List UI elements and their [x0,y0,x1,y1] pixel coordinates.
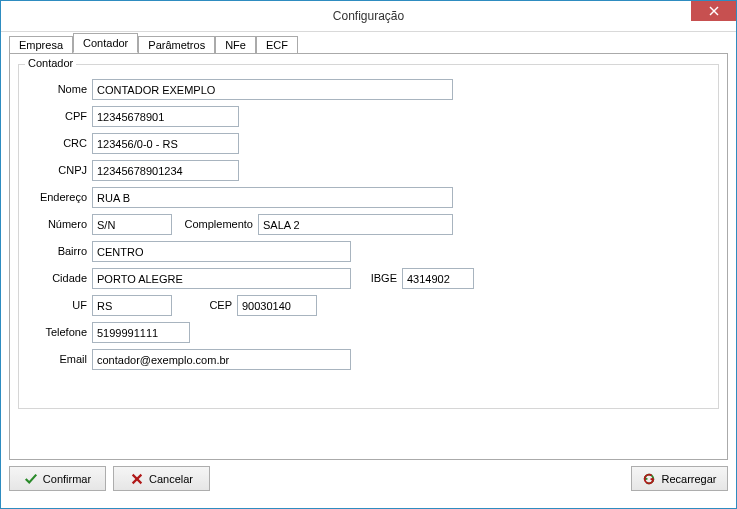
confirmar-button[interactable]: Confirmar [9,466,106,491]
tab-nfe[interactable]: NFe [215,36,256,54]
label-email: Email [27,353,87,365]
reload-icon [642,472,656,486]
label-cnpj: CNPJ [27,164,87,176]
input-crc[interactable] [92,133,239,154]
client-area: Empresa Contador Parâmetros NFe ECF Cont… [9,32,728,500]
label-cpf: CPF [27,110,87,122]
input-cnpj[interactable] [92,160,239,181]
titlebar: Configuração [1,1,736,32]
label-telefone: Telefone [27,326,87,338]
config-window: Configuração Empresa Contador Parâmetros… [0,0,737,509]
input-endereco[interactable] [92,187,453,208]
label-numero: Número [27,218,87,230]
input-cpf[interactable] [92,106,239,127]
tabpage-contador: Contador Nome CPF CRC CNPJ Endereço [9,53,728,460]
label-cidade: Cidade [27,272,87,284]
tab-empresa[interactable]: Empresa [9,36,73,54]
label-endereco: Endereço [27,191,87,203]
window-title: Configuração [333,9,404,23]
label-nome: Nome [27,83,87,95]
input-bairro[interactable] [92,241,351,262]
label-crc: CRC [27,137,87,149]
form-area: Nome CPF CRC CNPJ Endereço Número [27,79,710,400]
recarregar-label: Recarregar [661,473,716,485]
cancelar-button[interactable]: Cancelar [113,466,210,491]
close-button[interactable] [691,1,736,21]
button-bar: Confirmar Cancelar Recarregar [9,466,728,500]
input-email[interactable] [92,349,351,370]
tabstrip: Empresa Contador Parâmetros NFe ECF [9,32,728,53]
recarregar-button[interactable]: Recarregar [631,466,728,491]
tab-contador[interactable]: Contador [73,33,138,53]
input-telefone[interactable] [92,322,190,343]
input-ibge[interactable] [402,268,474,289]
cancel-icon [130,472,144,486]
groupbox-title: Contador [25,57,76,69]
input-complemento[interactable] [258,214,453,235]
input-uf[interactable] [92,295,172,316]
label-uf: UF [27,299,87,311]
label-cep: CEP [202,299,232,311]
label-complemento: Complemento [175,218,253,230]
label-bairro: Bairro [27,245,87,257]
groupbox-contador: Contador Nome CPF CRC CNPJ Endereço [18,64,719,409]
svg-marker-5 [650,477,654,481]
input-nome[interactable] [92,79,453,100]
input-cep[interactable] [237,295,317,316]
label-ibge: IBGE [362,272,397,284]
confirmar-label: Confirmar [43,473,91,485]
cancelar-label: Cancelar [149,473,193,485]
input-cidade[interactable] [92,268,351,289]
input-numero[interactable] [92,214,172,235]
check-icon [24,472,38,486]
tab-parametros[interactable]: Parâmetros [138,36,215,54]
close-icon [709,6,719,16]
tab-ecf[interactable]: ECF [256,36,298,54]
